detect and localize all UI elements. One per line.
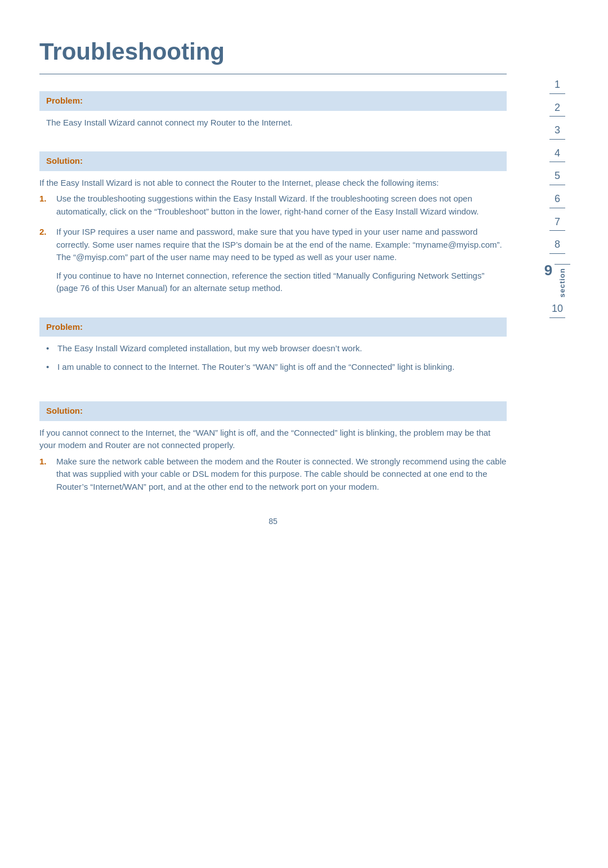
sidebar-divider-1 <box>549 93 565 94</box>
step2-main-text: If your ISP requires a user name and pas… <box>56 227 502 262</box>
solution1-step1: 1. Use the troubleshooting suggestions w… <box>39 193 507 218</box>
sidebar-divider-5 <box>549 185 565 185</box>
solution1-steps: 1. Use the troubleshooting suggestions w… <box>39 193 507 295</box>
solution1-block: Solution: If the Easy Install Wizard is … <box>39 151 507 295</box>
step1-content: Use the troubleshooting suggestions with… <box>56 193 507 218</box>
sidebar-item-8[interactable]: 8 <box>549 239 565 256</box>
solution2-step1: 1. Make sure the network cable between t… <box>39 455 507 494</box>
solution2-intro: If you cannot connect to the Internet, t… <box>39 421 507 455</box>
sidebar-item-7[interactable]: 7 <box>549 216 565 234</box>
solution1-label-bar: Solution: <box>39 151 507 171</box>
sidebar-num-5: 5 <box>555 170 560 182</box>
sol2-step1-content: Make sure the network cable between the … <box>56 455 507 494</box>
problem2-label-bar: Problem: <box>39 317 507 337</box>
bullet2-dot: • <box>46 361 57 374</box>
page-number: 85 <box>269 517 278 526</box>
sidebar-divider-8 <box>549 253 565 254</box>
sidebar-num-3: 3 <box>555 124 560 137</box>
sidebar-divider-9 <box>555 264 570 265</box>
sidebar-item-1[interactable]: 1 <box>549 79 565 96</box>
solution1-label: Solution: <box>46 156 83 165</box>
solution2-label-bar: Solution: <box>39 401 507 421</box>
solution2-label: Solution: <box>46 406 83 415</box>
problem2-bullets-container: • The Easy Install Wizard completed inst… <box>39 337 507 384</box>
sidebar-divider-4 <box>549 162 565 162</box>
problem2-label: Problem: <box>46 322 83 332</box>
page-title: Troubleshooting <box>39 34 507 74</box>
bullet2-text: I am unable to connect to the Internet. … <box>57 361 454 374</box>
sidebar-divider-3 <box>549 139 565 140</box>
step2-content: If your ISP requires a user name and pas… <box>56 226 507 295</box>
page-container: Troubleshooting Problem: The Easy Instal… <box>0 0 608 868</box>
step1-num: 1. <box>39 193 56 218</box>
sidebar-num-2: 2 <box>555 102 560 114</box>
step2-num: 2. <box>39 226 56 295</box>
solution1-intro: If the Easy Install Wizard is not able t… <box>39 171 507 193</box>
solution2-steps: 1. Make sure the network cable between t… <box>39 455 507 494</box>
problem1-block: Problem: The Easy Install Wizard cannot … <box>39 91 507 135</box>
sidebar-item-6[interactable]: 6 <box>549 193 565 211</box>
sidebar-num-9: 9 <box>544 262 552 279</box>
main-content: Troubleshooting Problem: The Easy Instal… <box>0 0 540 868</box>
solution2-block: Solution: If you cannot connect to the I… <box>39 401 507 493</box>
sidebar-item-5[interactable]: 5 <box>549 170 565 187</box>
sidebar-num-4: 4 <box>555 147 560 160</box>
sidebar-divider-6 <box>549 208 565 208</box>
problem1-text: The Easy Install Wizard cannot connect m… <box>39 111 507 135</box>
step2-extra-text: If you continue to have no Internet conn… <box>56 270 507 295</box>
sidebar-divider-2 <box>549 116 565 117</box>
sidebar-num-1: 1 <box>555 79 560 91</box>
problem2-bullet-list: • The Easy Install Wizard completed inst… <box>46 342 500 373</box>
sidebar-item-9[interactable]: 9 section <box>544 262 570 298</box>
sidebar-item-4[interactable]: 4 <box>549 147 565 165</box>
sidebar-num-8: 8 <box>555 239 560 251</box>
problem2-block: Problem: • The Easy Install Wizard compl… <box>39 317 507 385</box>
bullet1-text: The Easy Install Wizard completed instal… <box>57 342 362 355</box>
page-footer: 85 <box>39 516 507 527</box>
sidebar-num-10: 10 <box>552 303 563 315</box>
sidebar-divider-10 <box>549 317 565 318</box>
sidebar: 1 2 3 4 5 6 7 8 <box>540 0 574 868</box>
problem1-label: Problem: <box>46 96 83 105</box>
sidebar-item-3[interactable]: 3 <box>549 124 565 142</box>
solution1-step2: 2. If your ISP requires a user name and … <box>39 226 507 295</box>
problem2-bullet1: • The Easy Install Wizard completed inst… <box>46 342 500 355</box>
sidebar-num-7: 7 <box>555 216 560 229</box>
step1-text: Use the troubleshooting suggestions with… <box>56 194 479 216</box>
sidebar-divider-7 <box>549 230 565 231</box>
sidebar-item-10[interactable]: 10 <box>549 303 565 320</box>
sol2-step1-num: 1. <box>39 455 56 494</box>
bullet1-dot: • <box>46 342 57 355</box>
sidebar-num-6: 6 <box>555 193 560 205</box>
problem2-bullet2: • I am unable to connect to the Internet… <box>46 361 500 374</box>
problem1-label-bar: Problem: <box>39 91 507 111</box>
sidebar-item-2[interactable]: 2 <box>549 102 565 119</box>
sol2-step1-text: Make sure the network cable between the … <box>56 457 506 491</box>
section-label: section <box>558 268 567 298</box>
